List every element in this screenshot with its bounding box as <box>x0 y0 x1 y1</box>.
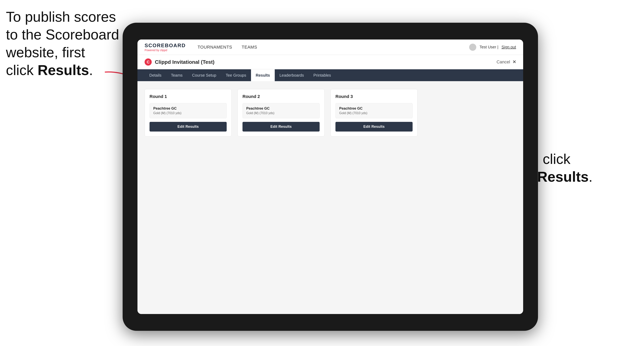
round-3-edit-results-button[interactable]: Edit Results <box>336 122 412 132</box>
round-2-course-card: Peachtree GC Gold (M) (7010 yds) <box>242 103 320 118</box>
sign-out-link[interactable]: Sign out <box>502 45 516 49</box>
tablet-screen: SCOREBOARD Powered by clippd TOURNAMENTS… <box>138 39 523 314</box>
round-3-course-details: Gold (M) (7010 yds) <box>339 111 409 115</box>
tab-teams[interactable]: Teams <box>166 69 187 81</box>
round-1-edit-results-button[interactable]: Edit Results <box>150 122 227 132</box>
round-3-card: Round 3 Peachtree GC Gold (M) (7010 yds)… <box>330 89 418 137</box>
tab-course-setup[interactable]: Course Setup <box>187 69 221 81</box>
round-1-course-details: Gold (M) (7010 yds) <box>153 111 223 115</box>
user-name: Test User | <box>480 45 498 49</box>
logo-area: SCOREBOARD Powered by clippd <box>144 42 186 52</box>
tablet-device: SCOREBOARD Powered by clippd TOURNAMENTS… <box>123 23 538 331</box>
round-3-title: Round 3 <box>336 94 412 99</box>
instruction-left: To publish scores to the Scoreboard webs… <box>6 8 119 79</box>
round-1-course-card: Peachtree GC Gold (M) (7010 yds) <box>150 103 227 118</box>
tournament-header: C Clippd Invitational (Test) Cancel ✕ <box>138 55 523 69</box>
tab-results[interactable]: Results <box>251 69 275 81</box>
user-avatar <box>469 44 476 51</box>
logo-text: SCOREBOARD <box>144 42 186 49</box>
main-content: Round 1 Peachtree GC Gold (M) (7010 yds)… <box>138 81 523 314</box>
round-3-course-name: Peachtree GC <box>339 106 409 111</box>
tab-leaderboards[interactable]: Leaderboards <box>275 69 308 81</box>
round-3-course-card: Peachtree GC Gold (M) (7010 yds) <box>336 103 412 118</box>
rounds-row: Round 1 Peachtree GC Gold (M) (7010 yds)… <box>144 89 516 137</box>
tab-tee-groups[interactable]: Tee Groups <box>221 69 251 81</box>
nav-tournaments[interactable]: TOURNAMENTS <box>198 45 232 50</box>
cancel-button[interactable]: Cancel ✕ <box>496 59 516 65</box>
sub-nav: Details Teams Course Setup Tee Groups Re… <box>138 69 523 81</box>
round-2-title: Round 2 <box>242 94 320 99</box>
round-1-title: Round 1 <box>150 94 227 99</box>
round-2-course-name: Peachtree GC <box>246 106 316 111</box>
round-2-course-details: Gold (M) (7010 yds) <box>246 111 316 115</box>
tournament-title-area: C Clippd Invitational (Test) <box>144 58 214 66</box>
nav-teams[interactable]: TEAMS <box>242 45 257 50</box>
round-2-edit-results-button[interactable]: Edit Results <box>242 122 320 132</box>
tab-details[interactable]: Details <box>144 69 166 81</box>
tab-printables[interactable]: Printables <box>308 69 336 81</box>
round-1-course-name: Peachtree GC <box>153 106 223 111</box>
user-area: Test User | Sign out <box>469 44 516 51</box>
round-1-card: Round 1 Peachtree GC Gold (M) (7010 yds)… <box>144 89 232 137</box>
round-2-card: Round 2 Peachtree GC Gold (M) (7010 yds)… <box>238 89 324 137</box>
top-nav: SCOREBOARD Powered by clippd TOURNAMENTS… <box>138 39 523 55</box>
tournament-icon: C <box>144 58 152 66</box>
tournament-name: Clippd Invitational (Test) <box>155 59 214 65</box>
nav-links: TOURNAMENTS TEAMS <box>198 45 469 50</box>
logo-sub: Powered by clippd <box>144 49 186 52</box>
